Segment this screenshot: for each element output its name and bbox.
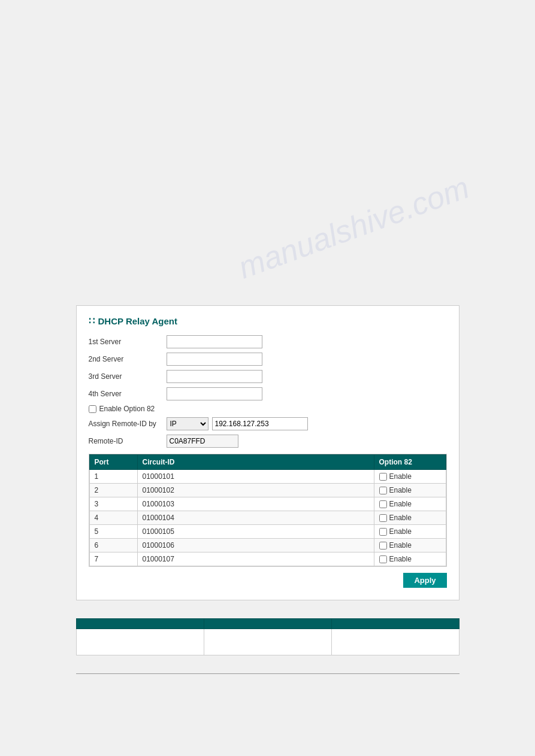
bottom-cell-2 — [204, 629, 331, 655]
cell-option82: Enable — [374, 497, 446, 511]
server-label-4: 4th Server — [89, 390, 167, 398]
option82-label-3: Enable — [389, 500, 412, 508]
table-row: 501000105Enable — [89, 525, 446, 539]
dhcp-relay-panel: ∷ DHCP Relay Agent 1st Server 2nd Server… — [76, 305, 460, 600]
assign-remote-id-row: Assign Remote-ID by IP MAC — [89, 417, 447, 430]
enable-option82-label[interactable]: Enable Option 82 — [99, 405, 155, 413]
watermark: manualshive.com — [234, 169, 474, 286]
cell-option82: Enable — [374, 484, 446, 497]
assign-ip-input[interactable] — [212, 417, 308, 430]
server-input-4[interactable] — [167, 387, 262, 400]
option82-checkbox-7[interactable] — [379, 555, 387, 563]
cell-option82: Enable — [374, 511, 446, 525]
cell-circuit-id: 01000102 — [137, 484, 374, 497]
enable-option82-checkbox[interactable] — [89, 405, 96, 413]
panel-title: ∷ DHCP Relay Agent — [89, 315, 447, 327]
bottom-table-header — [76, 619, 459, 629]
enable-cell: Enable — [379, 541, 441, 549]
option82-label-6: Enable — [389, 541, 412, 549]
cell-circuit-id: 01000101 — [137, 470, 374, 484]
remote-id-row: Remote-ID — [89, 435, 447, 448]
cell-circuit-id: 01000105 — [137, 525, 374, 539]
enable-cell: Enable — [379, 486, 441, 494]
bottom-col-1 — [76, 619, 204, 629]
cell-port: 6 — [89, 539, 137, 552]
table-row: 601000106Enable — [89, 539, 446, 552]
apply-row: Apply — [89, 573, 447, 588]
remote-id-label: Remote-ID — [89, 437, 167, 445]
server-label-1: 1st Server — [89, 338, 167, 346]
panel-title-icon: ∷ — [89, 315, 95, 327]
option82-label-4: Enable — [389, 514, 412, 522]
enable-cell: Enable — [379, 514, 441, 522]
server-row-4: 4th Server — [89, 387, 447, 400]
table-header-row: Port Circuit-ID Option 82 — [89, 455, 446, 470]
bottom-cell-3 — [331, 629, 459, 655]
server-input-2[interactable] — [167, 353, 262, 366]
server-input-3[interactable] — [167, 370, 262, 383]
col-port: Port — [89, 455, 137, 470]
server-input-1[interactable] — [167, 335, 262, 348]
panel-title-text: DHCP Relay Agent — [98, 316, 178, 326]
server-row-1: 1st Server — [89, 335, 447, 348]
table-row: 401000104Enable — [89, 511, 446, 525]
relay-table-container[interactable]: Port Circuit-ID Option 82 101000101Enabl… — [89, 454, 447, 567]
enable-option82-row: Enable Option 82 — [89, 405, 447, 413]
remote-id-input[interactable] — [167, 435, 238, 448]
bottom-table-row — [76, 629, 459, 655]
cell-port: 2 — [89, 484, 137, 497]
cell-circuit-id: 01000106 — [137, 539, 374, 552]
assign-remote-id-select[interactable]: IP MAC — [167, 417, 208, 430]
bottom-table — [76, 618, 460, 655]
server-label-2: 2nd Server — [89, 355, 167, 363]
cell-circuit-id: 01000104 — [137, 511, 374, 525]
enable-cell: Enable — [379, 472, 441, 481]
bottom-cell-1 — [76, 629, 204, 655]
cell-option82: Enable — [374, 525, 446, 539]
cell-circuit-id: 01000107 — [137, 552, 374, 566]
option82-checkbox-1[interactable] — [379, 473, 387, 481]
cell-port: 4 — [89, 511, 137, 525]
cell-port: 1 — [89, 470, 137, 484]
server-row-3: 3rd Server — [89, 370, 447, 383]
bottom-line — [76, 673, 460, 674]
bottom-col-2 — [204, 619, 331, 629]
cell-option82: Enable — [374, 470, 446, 484]
bottom-table-section — [76, 618, 460, 655]
enable-cell: Enable — [379, 527, 441, 536]
table-row: 301000103Enable — [89, 497, 446, 511]
option82-label-2: Enable — [389, 486, 412, 494]
enable-cell: Enable — [379, 555, 441, 563]
apply-button[interactable]: Apply — [403, 573, 446, 588]
table-row: 101000101Enable — [89, 470, 446, 484]
server-label-3: 3rd Server — [89, 372, 167, 381]
col-circuit-id: Circuit-ID — [137, 455, 374, 470]
server-row-2: 2nd Server — [89, 353, 447, 366]
page-wrapper: manualshive.com ∷ DHCP Relay Agent 1st S… — [0, 0, 535, 756]
option82-checkbox-5[interactable] — [379, 528, 387, 536]
option82-checkbox-4[interactable] — [379, 514, 387, 522]
relay-table-body: 101000101Enable201000102Enable301000103E… — [89, 470, 446, 566]
cell-port: 7 — [89, 552, 137, 566]
assign-remote-id-label: Assign Remote-ID by — [89, 420, 167, 428]
relay-table: Port Circuit-ID Option 82 101000101Enabl… — [89, 454, 446, 566]
col-option82: Option 82 — [374, 455, 446, 470]
table-row: 201000102Enable — [89, 484, 446, 497]
option82-checkbox-2[interactable] — [379, 487, 387, 494]
option82-checkbox-6[interactable] — [379, 542, 387, 549]
option82-checkbox-3[interactable] — [379, 500, 387, 508]
cell-port: 5 — [89, 525, 137, 539]
option82-label-7: Enable — [389, 555, 412, 563]
cell-option82: Enable — [374, 552, 446, 566]
enable-cell: Enable — [379, 500, 441, 508]
main-content: ∷ DHCP Relay Agent 1st Server 2nd Server… — [12, 305, 523, 674]
cell-option82: Enable — [374, 539, 446, 552]
bottom-col-3 — [331, 619, 459, 629]
option82-label-5: Enable — [389, 527, 412, 536]
cell-circuit-id: 01000103 — [137, 497, 374, 511]
option82-label-1: Enable — [389, 472, 412, 481]
cell-port: 3 — [89, 497, 137, 511]
table-row: 701000107Enable — [89, 552, 446, 566]
